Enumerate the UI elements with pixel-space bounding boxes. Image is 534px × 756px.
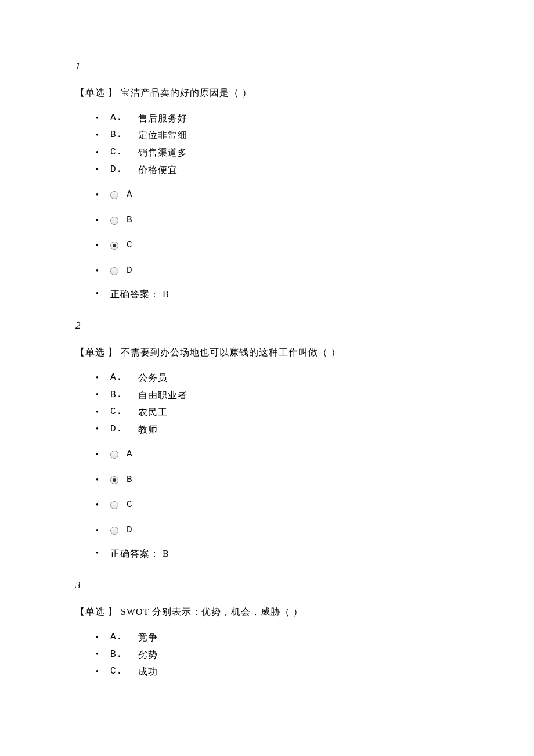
question-text: 【单选 】 SWOT 分别表示：优势，机会，威胁（ ）: [75, 604, 459, 620]
radio-icon[interactable]: [110, 217, 118, 225]
choice-text: 竞争: [128, 630, 158, 645]
radio-option[interactable]: B: [104, 473, 459, 488]
choice-item: B.定位非常细: [104, 128, 459, 143]
radio-icon[interactable]: [110, 501, 118, 509]
radio-icon[interactable]: [110, 476, 118, 484]
choice-text: 公务员: [128, 370, 168, 386]
choice-text: 教师: [128, 422, 158, 437]
choice-item: A.竞争: [104, 630, 459, 645]
choice-item: A.售后服务好: [104, 111, 459, 126]
question-title: 宝洁产品卖的好的原因是（ ）: [118, 88, 252, 98]
radio-icon[interactable]: [110, 191, 118, 199]
question-text: 【单选 】 不需要到办公场地也可以赚钱的这种工作叫做（ ）: [75, 345, 459, 360]
correct-answer: 正确答案： B: [104, 287, 459, 302]
answer-text: 正确答案： B: [110, 546, 169, 561]
radio-option[interactable]: A: [104, 447, 459, 462]
choice-text: 定位非常细: [128, 128, 187, 143]
answer-text: 正确答案： B: [110, 287, 169, 302]
radio-icon[interactable]: [110, 267, 118, 275]
radio-label: D: [127, 264, 132, 279]
radio-option[interactable]: B: [104, 213, 459, 228]
question-block: 1【单选 】 宝洁产品卖的好的原因是（ ）A.售后服务好B.定位非常细C.销售渠…: [75, 58, 459, 301]
question-tag: 【单选 】: [75, 347, 118, 357]
choice-label: A.: [110, 370, 128, 386]
radio-label: A: [127, 447, 132, 462]
choice-text: 农民工: [128, 405, 168, 420]
choice-item: D.价格便宜: [104, 163, 459, 178]
choice-item: B.自由职业者: [104, 388, 459, 403]
question-tag: 【单选 】: [75, 88, 118, 98]
choice-label: A.: [110, 111, 128, 126]
choice-item: C.销售渠道多: [104, 145, 459, 160]
choice-label: B.: [110, 128, 128, 143]
choice-label: C.: [110, 664, 128, 679]
radio-label: B: [127, 213, 132, 228]
choice-list: A.售后服务好B.定位非常细C.销售渠道多D.价格便宜ABCD正确答案： B: [75, 111, 459, 301]
radio-label: C: [127, 238, 132, 253]
choice-item: C.成功: [104, 664, 459, 679]
radio-label: B: [127, 473, 132, 488]
choice-item: D.教师: [104, 422, 459, 437]
radio-option[interactable]: A: [104, 188, 459, 203]
radio-label: C: [127, 498, 132, 513]
choice-item: C.农民工: [104, 405, 459, 420]
question-number: 3: [75, 577, 459, 593]
question-tag: 【单选 】: [75, 607, 118, 617]
choice-label: C.: [110, 405, 128, 420]
choice-text: 价格便宜: [128, 163, 178, 178]
question-number: 1: [75, 58, 459, 74]
choice-list: A.公务员B.自由职业者C.农民工D.教师ABCD正确答案： B: [75, 370, 459, 561]
choice-label: B.: [110, 388, 128, 403]
choice-text: 自由职业者: [128, 388, 187, 403]
choice-text: 销售渠道多: [128, 145, 187, 160]
choice-label: B.: [110, 647, 128, 663]
radio-label: D: [127, 523, 132, 538]
radio-icon[interactable]: [110, 527, 118, 535]
question-block: 2【单选 】 不需要到办公场地也可以赚钱的这种工作叫做（ ）A.公务员B.自由职…: [75, 318, 459, 561]
correct-answer: 正确答案： B: [104, 546, 459, 561]
question-block: 3【单选 】 SWOT 分别表示：优势，机会，威胁（ ）A.竞争B.劣势C.成功: [75, 577, 459, 679]
question-title: SWOT 分别表示：优势，机会，威胁（ ）: [118, 607, 303, 617]
question-number: 2: [75, 318, 459, 333]
choice-text: 售后服务好: [128, 111, 187, 126]
choice-label: D.: [110, 422, 128, 437]
question-title: 不需要到办公场地也可以赚钱的这种工作叫做（ ）: [118, 347, 341, 357]
question-text: 【单选 】 宝洁产品卖的好的原因是（ ）: [75, 85, 459, 100]
choice-item: A.公务员: [104, 370, 459, 386]
choice-item: B.劣势: [104, 647, 459, 663]
choice-text: 成功: [128, 664, 158, 679]
radio-option[interactable]: C: [104, 498, 459, 513]
radio-option[interactable]: D: [104, 264, 459, 279]
radio-option[interactable]: C: [104, 238, 459, 253]
choice-label: D.: [110, 163, 128, 178]
radio-label: A: [127, 188, 132, 203]
radio-icon[interactable]: [110, 242, 118, 250]
choice-list: A.竞争B.劣势C.成功: [75, 630, 459, 679]
radio-icon[interactable]: [110, 451, 118, 459]
choice-label: C.: [110, 145, 128, 160]
choice-text: 劣势: [128, 647, 158, 663]
choice-label: A.: [110, 630, 128, 645]
radio-option[interactable]: D: [104, 523, 459, 538]
